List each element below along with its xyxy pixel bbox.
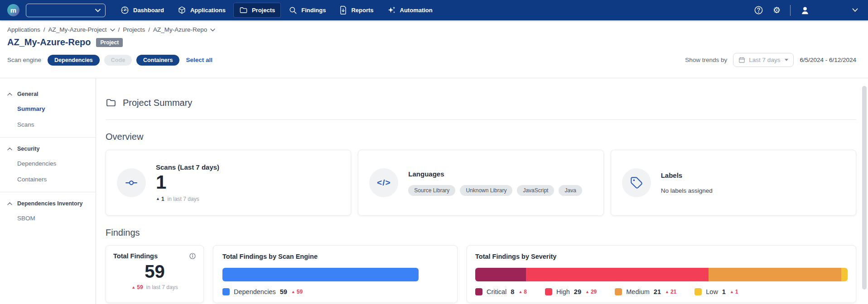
section-label: Security [17, 146, 39, 152]
engine-bar-chart[interactable] [222, 268, 419, 281]
nav-divider [790, 5, 791, 16]
engine-pill-containers[interactable]: Containers [136, 55, 179, 66]
sidebar-section-general[interactable]: General [0, 86, 96, 101]
severity-segment-critical[interactable] [475, 268, 526, 281]
mend-logo-icon[interactable]: m [7, 4, 19, 16]
settings-gear-icon[interactable]: ⚙ [773, 6, 781, 14]
legend-label: Dependencies [234, 288, 276, 295]
trend-up-icon: ▲ [291, 290, 295, 294]
trend-up-icon: ▲ [518, 290, 522, 294]
legend-value: 29 [574, 288, 581, 295]
chevron-up-icon [7, 147, 12, 151]
sidebar-section-dependencies-inventory[interactable]: Dependencies Inventory [0, 196, 96, 210]
top-navbar: m Dashboard Applications [0, 0, 868, 20]
page-header: Applications / AZ_My-Azure-Project / Pro… [0, 26, 868, 78]
sparkles-icon [387, 6, 396, 14]
nav-item-reports[interactable]: Reports [333, 3, 379, 18]
breadcrumb-applications[interactable]: Applications [7, 26, 40, 33]
nav-item-automation[interactable]: Automation [381, 3, 439, 18]
sidebar-section-security[interactable]: Security [0, 141, 96, 156]
trend-range-value: Last 7 days [749, 57, 780, 63]
main-header-title: Project Summary [123, 98, 192, 108]
sidebar-item-summary[interactable]: Summary [0, 101, 96, 117]
engine-pill-dependencies[interactable]: Dependencies [48, 55, 100, 66]
legend-item-high: High 29 ▲ 29 [545, 288, 597, 295]
nav-label: Applications [190, 7, 226, 14]
help-icon[interactable] [754, 5, 763, 15]
breadcrumb-projects[interactable]: Projects [123, 26, 145, 33]
sidebar-item-sbom[interactable]: SBOM [0, 210, 96, 226]
scans-card: Scans (Last 7 days) 1 ▲ 1 in last 7 days [106, 150, 351, 216]
nav-item-applications[interactable]: Applications [172, 3, 231, 18]
legend-swatch [545, 288, 552, 295]
main-panel: Project Summary Overview Scans (Last 7 d… [96, 78, 868, 304]
legend-item-low: Low 1 ▲ 1 [694, 288, 738, 295]
severity-stacked-bar[interactable] [475, 268, 848, 281]
legend-trend-value: 21 [670, 289, 676, 295]
breadcrumb-separator: / [118, 26, 120, 33]
legend-label: High [556, 288, 570, 295]
code-icon: </> [369, 168, 398, 197]
folder-icon [106, 97, 116, 108]
legend-trend-value: 8 [524, 289, 527, 295]
sidebar-item-scans[interactable]: Scans [0, 117, 96, 133]
main-nav-menu: Dashboard Applications Projects Findings [115, 3, 439, 18]
chevron-down-icon [95, 9, 101, 12]
trend-range-dropdown[interactable]: Last 7 days [733, 53, 794, 67]
cube-icon [178, 6, 186, 14]
caret-down-icon [785, 59, 788, 61]
legend-trend-value: 59 [297, 289, 303, 295]
breadcrumb: Applications / AZ_My-Azure-Project / Pro… [7, 26, 861, 33]
scan-engine-label: Scan engine [7, 57, 41, 63]
legend-trend-value: 29 [591, 289, 597, 295]
nav-item-dashboard[interactable]: Dashboard [115, 3, 170, 18]
left-sidebar: General Summary Scans Security Dependenc… [0, 78, 96, 304]
language-tag: Unknown Library [460, 185, 512, 196]
divider [106, 119, 856, 120]
trend-up-icon: ▲ [131, 285, 135, 290]
project-selector-dropdown[interactable] [26, 4, 106, 17]
nav-item-findings[interactable]: Findings [283, 3, 332, 18]
findings-by-severity-card: Total Findings by Severity Critical 8 [467, 245, 856, 303]
card-title: Scans (Last 7 days) [156, 163, 219, 171]
trend-suffix: in last 7 days [146, 284, 178, 290]
breadcrumb-separator: / [43, 26, 45, 33]
legend-label: Low [706, 288, 718, 295]
nav-item-projects[interactable]: Projects [233, 3, 281, 18]
language-tag: Java [559, 185, 582, 196]
legend-value: 21 [654, 288, 661, 295]
trend-up-icon: ▲ [665, 290, 669, 294]
no-labels-text: No labels assigned [661, 187, 713, 194]
gauge-icon [121, 6, 129, 14]
nav-label: Reports [351, 7, 373, 14]
scan-commit-icon [117, 168, 146, 197]
info-icon[interactable] [189, 252, 196, 260]
chevron-up-icon [7, 93, 12, 96]
nav-label: Projects [252, 7, 275, 14]
nav-label: Findings [301, 7, 326, 14]
legend-swatch [475, 288, 482, 295]
scans-value: 1 [156, 172, 219, 193]
nav-label: Automation [400, 7, 433, 14]
chevron-down-icon[interactable] [110, 28, 115, 32]
breadcrumb-repo[interactable]: AZ_My-Azure-Repo [153, 26, 207, 33]
chevron-down-icon[interactable] [210, 28, 215, 32]
severity-segment-medium[interactable] [709, 268, 841, 281]
legend-value: 1 [722, 288, 726, 295]
folder-icon [239, 6, 248, 14]
legend-value: 8 [511, 288, 514, 295]
account-chevron-down-icon[interactable] [852, 8, 858, 12]
severity-segment-low[interactable] [841, 268, 848, 281]
sidebar-item-dependencies[interactable]: Dependencies [0, 156, 96, 171]
vertical-scrollbar[interactable] [862, 86, 867, 290]
breadcrumb-project[interactable]: AZ_My-Azure-Project [48, 26, 107, 33]
severity-segment-high[interactable] [526, 268, 709, 281]
legend-trend-value: 1 [735, 289, 738, 295]
sidebar-item-containers[interactable]: Containers [0, 171, 96, 187]
project-type-badge: Project [96, 38, 123, 47]
language-tag: JavaScript [517, 185, 554, 196]
nav-right-controls: ⚙ [754, 5, 861, 16]
user-avatar-icon[interactable] [800, 5, 810, 15]
select-all-link[interactable]: Select all [186, 57, 212, 63]
legend-item-critical: Critical 8 ▲ 8 [475, 288, 527, 295]
